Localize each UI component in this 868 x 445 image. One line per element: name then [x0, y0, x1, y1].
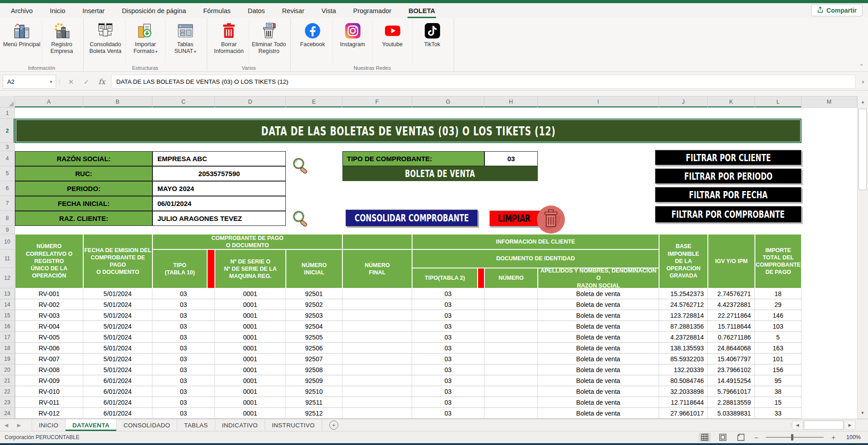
cell-a21[interactable]: RV-009 — [15, 375, 83, 386]
sheet-title-cell[interactable]: DATA DE LAS BOLETAS DE VENTAS (03) O LOS… — [16, 120, 801, 142]
cell-a24[interactable]: RV-012 — [15, 408, 83, 419]
cell-e17[interactable]: 92505 — [286, 332, 342, 343]
cell-a16[interactable]: RV-004 — [15, 321, 83, 332]
ribbon-tab-archivo[interactable]: Archivo — [10, 5, 33, 17]
header-fecha-emision[interactable]: FECHA DE EMISION DEL COMPROBANTE DE PAGO… — [83, 234, 152, 288]
row-header-12[interactable]: 12 — [0, 268, 15, 288]
ribbon-button-instagram[interactable]: Instagram — [332, 19, 372, 64]
tabbar-splitter[interactable]: ⁞ — [790, 419, 792, 431]
formula-bar-expand-icon[interactable]: ∨ — [858, 73, 868, 90]
cell-i22[interactable]: Boleta de venta — [538, 386, 659, 397]
row-header-23[interactable]: 23 — [0, 397, 15, 408]
cell-i13[interactable]: Boleta de venta — [538, 288, 659, 299]
filtrar-por-comprobante-button[interactable]: FILTRAR POR COMPROBANTE — [655, 206, 802, 223]
cell-e20[interactable]: 92508 — [286, 364, 342, 375]
ribbon-tab-disposicion-de-pagina[interactable]: Disposición de página — [121, 5, 187, 17]
header-tipo-tabla10[interactable]: TIPO (TABLA 10) — [152, 249, 207, 288]
cell-a14[interactable]: RV-002 — [15, 299, 83, 310]
ribbon-button-menu-principal[interactable]: Menú Principal — [2, 19, 42, 64]
vertical-scroll-thumb[interactable] — [859, 109, 867, 190]
cell-f24[interactable] — [342, 408, 412, 419]
cell-f21[interactable] — [342, 375, 412, 386]
filtrar-por-fecha-button[interactable]: FILTRAR POR FECHA — [655, 187, 802, 202]
row-header-7[interactable]: 7 — [0, 196, 15, 211]
ribbon-button-importar-formato[interactable]: Importar Formato▾ — [125, 19, 165, 64]
cell-i18[interactable]: Boleta de venta — [538, 343, 659, 354]
cell-j16[interactable]: 87.2881356 — [659, 321, 708, 332]
cell-h20[interactable] — [484, 364, 538, 375]
cell-e24[interactable]: 92512 — [286, 408, 342, 419]
cell-g23[interactable]: 03 — [412, 397, 484, 408]
cell-j20[interactable]: 132.20339 — [659, 364, 708, 375]
cell-h23[interactable] — [484, 397, 538, 408]
cell-f20[interactable] — [342, 364, 412, 375]
cell-c14[interactable]: 03 — [152, 299, 215, 310]
cell-f22[interactable] — [342, 386, 412, 397]
sheet-tab-dataventa[interactable]: DATAVENTA — [66, 419, 117, 431]
cell-f16[interactable] — [342, 321, 412, 332]
name-box-dropdown-icon[interactable]: ▼ — [47, 80, 56, 84]
scroll-down-icon[interactable]: ▼ — [857, 407, 868, 419]
ribbon-button-facebook[interactable]: Facebook — [293, 19, 332, 64]
cell-k15[interactable]: 22.2711864 — [708, 310, 755, 321]
hscroll-left-icon[interactable]: ◀ — [792, 421, 803, 430]
cell-b21[interactable]: 6/01/2024 — [83, 375, 152, 386]
sheet-tab-consolidado[interactable]: CONSOLIDADO — [117, 419, 177, 431]
column-header-c[interactable]: C — [152, 96, 215, 108]
cell-j21[interactable]: 80.5084746 — [659, 375, 708, 386]
cell-i24[interactable]: Boleta de venta — [538, 408, 659, 419]
cell-h15[interactable] — [484, 310, 538, 321]
ribbon-button-consolidado-boleta-venta[interactable]: Consolidado Boleta Venta — [85, 19, 125, 64]
insert-function-icon[interactable]: fx — [94, 73, 109, 90]
sheet-tab-inicio[interactable]: INICIO — [32, 419, 66, 431]
sheet-nav-left-icon[interactable]: ◀ — [0, 419, 13, 431]
cell-g19[interactable]: 03 — [412, 354, 484, 364]
header-numero-correlativo[interactable]: NÚMERO CORRELATIVO O REGISTRO ÚNICO DE L… — [15, 234, 83, 288]
cell-b23[interactable]: 6/01/2024 — [83, 397, 152, 408]
select-all-corner[interactable] — [0, 96, 15, 108]
ribbon-button-eliminar-todo-registro[interactable]: Eliminar Todo Registro — [249, 19, 289, 64]
cell-f18[interactable] — [342, 343, 412, 354]
cell-d21[interactable]: 0001 — [215, 375, 286, 386]
cell-k22[interactable]: 5.79661017 — [708, 386, 755, 397]
column-header-j[interactable]: J — [659, 96, 708, 108]
ribbon-tab-insertar[interactable]: Insertar — [81, 5, 105, 17]
ribbon-button-borrar-informacion[interactable]: Borrar Información — [209, 19, 249, 64]
razon-social-value[interactable]: EMPRESA ABC — [152, 151, 286, 166]
fecha-inicial-value[interactable]: 06/01/2024 — [152, 196, 286, 211]
cell-j22[interactable]: 32.2033898 — [659, 386, 708, 397]
share-button[interactable]: Compartir — [811, 4, 863, 16]
cell-b19[interactable]: 5/01/2024 — [83, 354, 152, 364]
cell-i20[interactable]: Boleta de venta — [538, 364, 659, 375]
cell-j17[interactable]: 4.23728814 — [659, 332, 708, 343]
header-numero-doc[interactable]: NÚMERO — [484, 268, 538, 288]
cell-e18[interactable]: 92506 — [286, 343, 342, 354]
row-header-2[interactable]: 2 — [0, 119, 15, 143]
cell-d18[interactable]: 0001 — [215, 343, 286, 354]
row-header-13[interactable]: 13 — [0, 288, 15, 299]
column-header-e[interactable]: E — [286, 96, 342, 108]
cell-d20[interactable]: 0001 — [215, 364, 286, 375]
cell-h22[interactable] — [484, 386, 538, 397]
periodo-value[interactable]: MAYO 2024 — [152, 181, 286, 196]
cell-l21[interactable]: 95 — [755, 375, 802, 386]
page-layout-view-icon[interactable] — [717, 433, 729, 442]
row-header-19[interactable]: 19 — [0, 354, 15, 364]
cell-e22[interactable]: 92510 — [286, 386, 342, 397]
cell-j19[interactable]: 85.5932203 — [659, 354, 708, 364]
cell-k19[interactable]: 15.4067797 — [708, 354, 755, 364]
cell-k20[interactable]: 23.7966102 — [708, 364, 755, 375]
cell-c22[interactable]: 03 — [152, 386, 215, 397]
cell-a13[interactable]: RV-001 — [15, 288, 83, 299]
column-header-a[interactable]: A — [15, 96, 83, 108]
sheet-tab-tablas[interactable]: TABLAS — [177, 419, 215, 431]
cell-b16[interactable]: 5/01/2024 — [83, 321, 152, 332]
enter-icon[interactable]: ✓ — [79, 73, 94, 90]
cell-l18[interactable]: 163 — [755, 343, 802, 354]
cell-e14[interactable]: 92502 — [286, 299, 342, 310]
cell-i17[interactable]: Boleta de venta — [538, 332, 659, 343]
cell-e16[interactable]: 92504 — [286, 321, 342, 332]
new-sheet-button[interactable]: ＋ — [329, 421, 338, 430]
cell-e13[interactable]: 92501 — [286, 288, 342, 299]
cell-b24[interactable]: 6/01/2024 — [83, 408, 152, 419]
